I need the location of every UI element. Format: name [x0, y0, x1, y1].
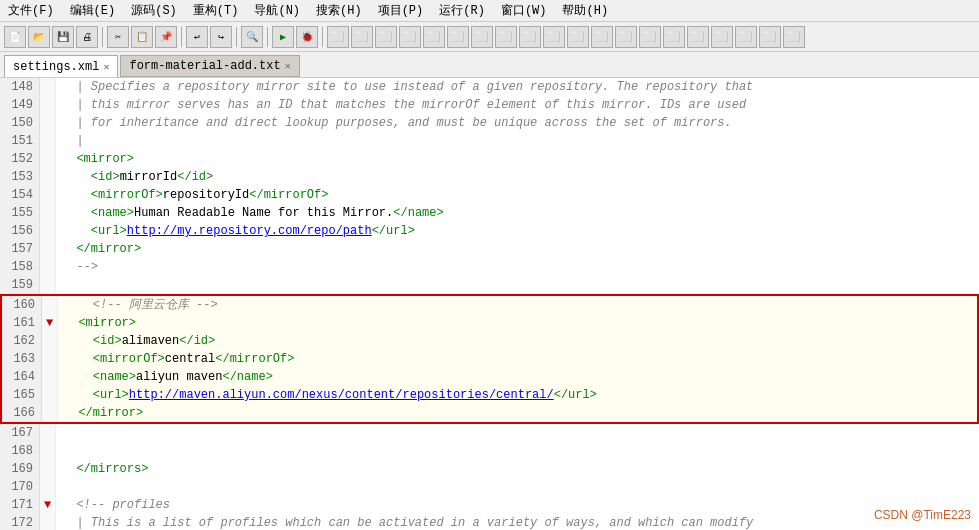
line-gutter-155	[40, 204, 56, 222]
toolbar-search-btn[interactable]: 🔍	[241, 26, 263, 48]
line-gutter-151	[40, 132, 56, 150]
line-gutter-168	[40, 442, 56, 460]
toolbar-redo-btn[interactable]: ↪	[210, 26, 232, 48]
toolbar-b10[interactable]: ⬜	[543, 26, 565, 48]
toolbar-paste-btn[interactable]: 📌	[155, 26, 177, 48]
toolbar-b5[interactable]: ⬜	[423, 26, 445, 48]
tab-form-material-close[interactable]: ✕	[285, 60, 291, 72]
highlighted-block: 160 <!-- 阿里云仓库 -->161▼ <mirror>162 <id>a…	[0, 294, 979, 424]
line-content-172: | This is a list of profiles which can b…	[56, 514, 979, 530]
line-gutter-171: ▼	[40, 496, 56, 514]
menu-run[interactable]: 运行(R)	[435, 2, 489, 19]
line-content-155: <name>Human Readable Name for this Mirro…	[56, 204, 979, 222]
toolbar-b18[interactable]: ⬜	[735, 26, 757, 48]
line-number-150: 150	[0, 114, 40, 132]
toolbar-print-btn[interactable]: 🖨	[76, 26, 98, 48]
menu-project[interactable]: 项目(P)	[374, 2, 428, 19]
toolbar-debug-btn[interactable]: 🐞	[296, 26, 318, 48]
menu-file[interactable]: 文件(F)	[4, 2, 58, 19]
menu-refactor[interactable]: 重构(T)	[189, 2, 243, 19]
toolbar-b15[interactable]: ⬜	[663, 26, 685, 48]
toolbar-b11[interactable]: ⬜	[567, 26, 589, 48]
toolbar-b19[interactable]: ⬜	[759, 26, 781, 48]
toolbar-undo-btn[interactable]: ↩	[186, 26, 208, 48]
code-line-162[interactable]: 162 <id>alimaven</id>	[2, 332, 977, 350]
code-line-170[interactable]: 170	[0, 478, 979, 496]
line-number-169: 169	[0, 460, 40, 478]
line-gutter-169	[40, 460, 56, 478]
toolbar-b14[interactable]: ⬜	[639, 26, 661, 48]
toolbar-b16[interactable]: ⬜	[687, 26, 709, 48]
tab-settings-xml[interactable]: settings.xml ✕	[4, 55, 118, 77]
toolbar-b4[interactable]: ⬜	[399, 26, 421, 48]
toolbar-b20[interactable]: ⬜	[783, 26, 805, 48]
menu-help[interactable]: 帮助(H)	[558, 2, 612, 19]
code-line-152[interactable]: 152 <mirror>	[0, 150, 979, 168]
line-content-150: | for inheritance and direct lookup purp…	[56, 114, 979, 132]
toolbar-save-btn[interactable]: 💾	[52, 26, 74, 48]
code-line-160[interactable]: 160 <!-- 阿里云仓库 -->	[2, 296, 977, 314]
code-line-169[interactable]: 169 </mirrors>	[0, 460, 979, 478]
toolbar-b8[interactable]: ⬜	[495, 26, 517, 48]
code-line-168[interactable]: 168	[0, 442, 979, 460]
tab-form-material[interactable]: form-material-add.txt ✕	[120, 55, 299, 77]
line-number-149: 149	[0, 96, 40, 114]
menu-navigate[interactable]: 导航(N)	[250, 2, 304, 19]
code-line-156[interactable]: 156 <url>http://my.repository.com/repo/p…	[0, 222, 979, 240]
code-line-148[interactable]: 148 | Specifies a repository mirror site…	[0, 78, 979, 96]
toolbar: 📄 📂 💾 🖨 ✂ 📋 📌 ↩ ↪ 🔍 ▶ 🐞 ⬜ ⬜ ⬜ ⬜ ⬜ ⬜ ⬜ ⬜ …	[0, 22, 979, 52]
line-content-154: <mirrorOf>repositoryId</mirrorOf>	[56, 186, 979, 204]
code-line-150[interactable]: 150 | for inheritance and direct lookup …	[0, 114, 979, 132]
code-line-164[interactable]: 164 <name>aliyun maven</name>	[2, 368, 977, 386]
line-content-161: <mirror>	[58, 314, 977, 332]
toolbar-cut-btn[interactable]: ✂	[107, 26, 129, 48]
toolbar-b9[interactable]: ⬜	[519, 26, 541, 48]
tab-settings-xml-close[interactable]: ✕	[103, 61, 109, 73]
toolbar-b17[interactable]: ⬜	[711, 26, 733, 48]
code-line-163[interactable]: 163 <mirrorOf>central</mirrorOf>	[2, 350, 977, 368]
code-line-154[interactable]: 154 <mirrorOf>repositoryId</mirrorOf>	[0, 186, 979, 204]
toolbar-new-btn[interactable]: 📄	[4, 26, 26, 48]
line-content-168	[56, 442, 979, 460]
code-line-158[interactable]: 158 -->	[0, 258, 979, 276]
code-line-171[interactable]: 171▼ <!-- profiles	[0, 496, 979, 514]
code-line-166[interactable]: 166 </mirror>	[2, 404, 977, 422]
code-line-172[interactable]: 172 | This is a list of profiles which c…	[0, 514, 979, 530]
line-gutter-159	[40, 276, 56, 294]
toolbar-open-btn[interactable]: 📂	[28, 26, 50, 48]
collapse-icon-161[interactable]: ▼	[46, 314, 53, 332]
line-content-170	[56, 478, 979, 496]
code-line-165[interactable]: 165 <url>http://maven.aliyun.com/nexus/c…	[2, 386, 977, 404]
toolbar-b7[interactable]: ⬜	[471, 26, 493, 48]
toolbar-b2[interactable]: ⬜	[351, 26, 373, 48]
menu-source[interactable]: 源码(S)	[127, 2, 181, 19]
toolbar-b1[interactable]: ⬜	[327, 26, 349, 48]
toolbar-b13[interactable]: ⬜	[615, 26, 637, 48]
line-content-166: </mirror>	[58, 404, 977, 422]
line-content-151: |	[56, 132, 979, 150]
line-gutter-149	[40, 96, 56, 114]
line-number-170: 170	[0, 478, 40, 496]
collapse-icon-171[interactable]: ▼	[44, 496, 51, 514]
toolbar-run-btn[interactable]: ▶	[272, 26, 294, 48]
code-line-149[interactable]: 149 | this mirror serves has an ID that …	[0, 96, 979, 114]
line-gutter-150	[40, 114, 56, 132]
code-line-159[interactable]: 159	[0, 276, 979, 294]
toolbar-b6[interactable]: ⬜	[447, 26, 469, 48]
toolbar-b3[interactable]: ⬜	[375, 26, 397, 48]
tab-bar: settings.xml ✕ form-material-add.txt ✕	[0, 52, 979, 78]
menu-edit[interactable]: 编辑(E)	[66, 2, 120, 19]
menu-window[interactable]: 窗口(W)	[497, 2, 551, 19]
code-line-151[interactable]: 151 |	[0, 132, 979, 150]
line-content-171: <!-- profiles	[56, 496, 979, 514]
code-line-157[interactable]: 157 </mirror>	[0, 240, 979, 258]
code-line-153[interactable]: 153 <id>mirrorId</id>	[0, 168, 979, 186]
code-line-155[interactable]: 155 <name>Human Readable Name for this M…	[0, 204, 979, 222]
toolbar-b12[interactable]: ⬜	[591, 26, 613, 48]
menu-search[interactable]: 搜索(H)	[312, 2, 366, 19]
code-line-161[interactable]: 161▼ <mirror>	[2, 314, 977, 332]
line-number-159: 159	[0, 276, 40, 294]
toolbar-copy-btn[interactable]: 📋	[131, 26, 153, 48]
code-line-167[interactable]: 167	[0, 424, 979, 442]
menu-bar: 文件(F) 编辑(E) 源码(S) 重构(T) 导航(N) 搜索(H) 项目(P…	[0, 0, 979, 22]
